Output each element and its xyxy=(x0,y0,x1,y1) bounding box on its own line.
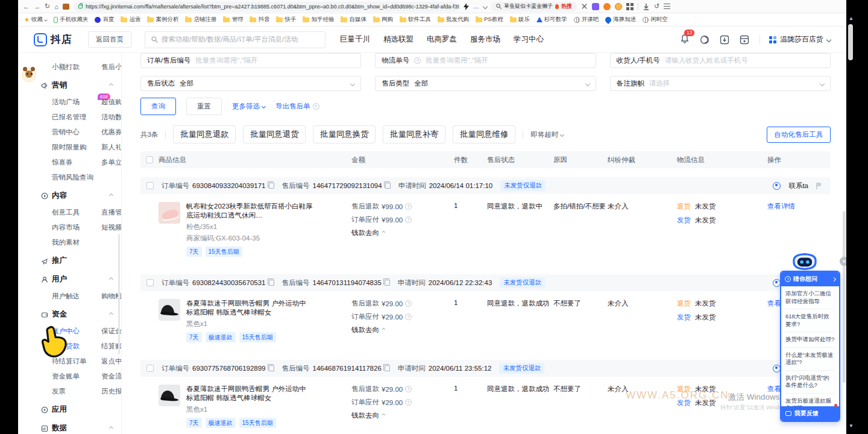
sidebar-item[interactable]: 多单立减NEW xyxy=(101,158,122,167)
sidebar-item[interactable]: 营销中心 xyxy=(52,128,101,137)
undo-icon[interactable]: ↺ xyxy=(654,2,659,10)
timeout-filter[interactable]: 即将超时 xyxy=(530,130,564,139)
sidebar-item[interactable]: 直播管理NEW xyxy=(101,208,122,217)
money-flow-link[interactable]: 钱款去向 xyxy=(351,326,379,335)
copy-icon[interactable] xyxy=(385,183,391,189)
panel-icon[interactable] xyxy=(740,35,749,45)
money-flow-link[interactable]: 钱款去向 xyxy=(351,228,379,237)
bookmark-item[interactable]: 百度 xyxy=(95,16,114,24)
more-icon[interactable]: … xyxy=(473,3,479,10)
extension-purple-icon[interactable] xyxy=(592,3,599,10)
bookmark-item[interactable]: 闲时空 xyxy=(643,16,668,24)
sidebar-item[interactable]: 历史报表 xyxy=(101,387,122,396)
sidebar-section-data[interactable]: 数据 xyxy=(41,423,121,433)
product-title[interactable]: 春夏薄款速干网眼鸭舌帽男 户外运动中标遮阳帽 韩版透气棒球帽女 xyxy=(186,299,313,317)
scroll-down-arrow[interactable]: ▼ xyxy=(849,423,854,429)
export-link[interactable]: 导出售后单? xyxy=(275,102,319,111)
nav-xuexi[interactable]: 学习中心 xyxy=(514,34,544,45)
aftersale-status-select[interactable]: 售后状态 全部 xyxy=(140,76,361,91)
bookmark-item[interactable]: 知乎经验 xyxy=(303,16,334,24)
chat-question[interactable]: 添加官方小二微信获得经营指导 xyxy=(785,286,835,309)
copy-icon[interactable] xyxy=(385,280,390,286)
batch-repair-button[interactable]: 批量同意维修 xyxy=(453,125,515,143)
sidebar-section-promotion[interactable]: 推广 xyxy=(41,256,121,266)
copy-icon[interactable] xyxy=(269,183,274,189)
sidebar-item[interactable]: 超值购竞价 xyxy=(101,98,122,107)
reload-icon[interactable]: ↻ xyxy=(45,2,50,10)
sidebar-item[interactable]: 优惠券 xyxy=(101,128,122,137)
sidebar-item[interactable]: 限时限量购 xyxy=(52,143,101,152)
chevron-up-icon[interactable] xyxy=(109,83,113,87)
chevron-up-icon[interactable] xyxy=(109,277,113,281)
mascot-dog-icon[interactable] xyxy=(22,68,36,82)
chat-question[interactable]: 发货后极速退款服务规范 xyxy=(785,394,835,407)
nav-qianchuan[interactable]: 巨量千川 xyxy=(340,34,370,45)
chevron-up-icon[interactable] xyxy=(109,193,113,198)
back-home-button[interactable]: 返回首页 xyxy=(88,31,131,48)
apps-grid-icon[interactable] xyxy=(626,3,634,10)
batch-reship-button[interactable]: 批量同意补寄 xyxy=(383,125,445,143)
reset-button[interactable]: 重置 xyxy=(186,98,222,115)
batch-return-button[interactable]: 批量同意退货 xyxy=(243,125,306,143)
bookmark-item[interactable]: 快手 xyxy=(276,16,296,24)
sidebar-item[interactable]: 活动广场618 xyxy=(52,98,101,107)
sidebar-section-content[interactable]: 内容 xyxy=(41,190,121,201)
app-search-input[interactable]: 搜索功能/帮助/数据/商品/订单/平台消息/活动 xyxy=(145,31,326,48)
sidebar-item[interactable]: 返点中心 xyxy=(101,357,122,366)
address-bar[interactable]: https://fxg.jinritemai.com/ffa/maftersal… xyxy=(74,2,459,11)
app-logo[interactable]: 抖店 xyxy=(34,33,72,46)
bookmark-item[interactable]: 管理 xyxy=(223,16,243,24)
money-flow-link[interactable]: 钱款去向 xyxy=(351,411,379,420)
bookmark-item[interactable]: 店铺注册 xyxy=(185,16,216,24)
sidebar-item[interactable]: 发票 xyxy=(52,387,101,396)
bookmark-item[interactable]: 运营 xyxy=(121,16,140,24)
bookmark-item[interactable]: PS教程 xyxy=(476,16,503,24)
chevron-up-icon[interactable] xyxy=(109,426,113,430)
product-image[interactable] xyxy=(159,385,180,406)
query-button[interactable]: 查询 xyxy=(140,98,176,115)
batch-exchange-button[interactable]: 批量同意换货 xyxy=(313,125,376,143)
sidebar-item[interactable]: 短视频创作 xyxy=(101,223,122,232)
auto-aftersale-tool-button[interactable]: 自动化售后工具 xyxy=(767,127,831,143)
sidebar-item[interactable]: 惊喜券 xyxy=(52,158,101,167)
bookmark-item[interactable]: 海豚知道 xyxy=(605,16,636,24)
back-icon[interactable]: ← xyxy=(23,3,30,10)
sidebar-item[interactable]: 我的素材 xyxy=(52,238,101,247)
bookmark-item[interactable]: 开课吧 xyxy=(574,16,599,24)
sidebar-item[interactable]: 已报名管理 xyxy=(52,113,101,122)
product-title[interactable]: 春夏薄款速干网眼鸭舌帽男 户外运动中标遮阳帽 韩版透气棒球帽女 xyxy=(186,385,313,403)
remark-flag-select[interactable]: 备注旗帜 请选择 xyxy=(610,76,831,91)
product-image[interactable] xyxy=(159,299,180,321)
nav-fuwu[interactable]: 服务市场 xyxy=(470,34,500,45)
sidebar-item-shouhou-helper[interactable]: 售后小助手 xyxy=(101,63,122,72)
bookmark-item[interactable]: 抖音 xyxy=(250,16,269,24)
product-title[interactable]: 帆布鞋女2023秋季新款低帮百搭小白鞋厚底运动鞋浅口透气休闲… xyxy=(186,202,313,220)
chat-question[interactable]: 618大促售后时效要求? xyxy=(785,309,835,332)
sidebar-section-users[interactable]: 用户 xyxy=(41,274,121,285)
sidebar-item[interactable]: 活动数据 xyxy=(101,113,122,122)
bookmark-favorites[interactable]: ★收藏 xyxy=(24,16,47,24)
order-checkbox[interactable] xyxy=(146,279,154,286)
select-all-checkbox[interactable] xyxy=(146,156,153,163)
copy-icon[interactable] xyxy=(269,280,274,286)
aftersale-type-select[interactable]: 售后类型 全部 xyxy=(375,76,596,91)
logistics-no-input[interactable]: 物流单号 ? 批量查询需用","隔开 xyxy=(375,53,596,68)
notification-bell[interactable]: 13 xyxy=(680,34,690,46)
bookmark-item[interactable]: 娱乐 xyxy=(510,16,530,24)
bookmark-item[interactable]: 自媒体 xyxy=(341,16,366,24)
view-detail-link[interactable]: 查看详情 xyxy=(767,203,795,210)
home-icon[interactable]: ⌂ xyxy=(54,3,58,10)
copy-icon[interactable] xyxy=(385,365,390,371)
sidebar-scrollbar[interactable] xyxy=(118,234,120,354)
download-icon[interactable] xyxy=(643,3,650,10)
quick-search[interactable]: 草鱼疑似卡蓝金獭子 热搜 xyxy=(491,2,577,11)
sidebar-item[interactable]: 用户触达 xyxy=(52,292,101,301)
chat-question[interactable]: 执行“闪电退货”的条件是什么? xyxy=(785,371,835,394)
copy-icon[interactable] xyxy=(269,365,274,371)
order-no-input[interactable]: 订单/售后编号 批量查询需用","隔开 xyxy=(140,53,361,68)
flag-icon[interactable] xyxy=(816,183,822,189)
store-selector[interactable]: 温陇莎百店货 xyxy=(760,34,831,45)
robot-mascot-icon[interactable] xyxy=(788,251,821,275)
bookmark-item[interactable]: 批发代购 xyxy=(438,16,469,24)
sidebar-item[interactable]: 营销风险查询 xyxy=(52,173,101,182)
